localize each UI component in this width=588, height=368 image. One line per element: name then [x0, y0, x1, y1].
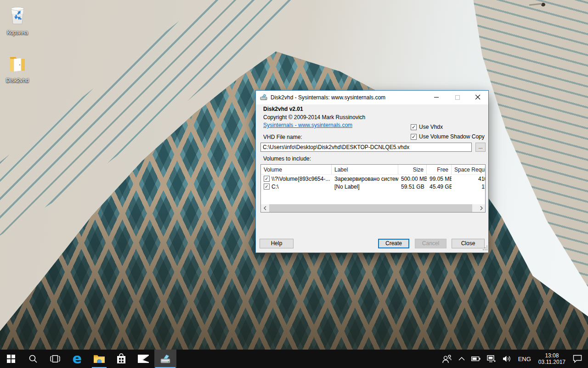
free-cell: 99.05 MB [427, 176, 452, 182]
use-volume-shadow-copy-checkbox[interactable]: ✓ Use Volume Shadow Copy [411, 133, 485, 140]
task-view-icon [50, 355, 60, 362]
window-title: Disk2vhd - Sysinternals: www.sysinternal… [271, 94, 385, 101]
maximize-icon [455, 95, 460, 100]
mail-icon [137, 354, 149, 363]
desktop-icon-label: Disk2vhd [6, 77, 28, 84]
scrollbar-track[interactable] [269, 204, 477, 212]
volumes-table[interactable]: Volume Label Size Free Space Required ✓ … [260, 164, 486, 213]
column-header-volume[interactable]: Volume [261, 165, 332, 174]
minimize-button[interactable] [426, 91, 447, 104]
action-center-button[interactable] [570, 350, 585, 368]
cancel-button: Cancel [415, 239, 447, 248]
horizontal-scrollbar[interactable] [261, 204, 485, 212]
volume-button[interactable] [499, 350, 515, 368]
use-vhdx-checkbox[interactable]: ✓ Use Vhdx [411, 124, 443, 130]
scroll-right-arrow[interactable] [477, 204, 485, 212]
table-row[interactable]: ✓ C:\ [No Label] 59.51 GB 45.49 GB 15.92… [261, 183, 486, 190]
app-version-title: Disk2vhd v2.01 [263, 106, 303, 112]
vhd-path-input[interactable] [260, 143, 472, 152]
start-button[interactable] [0, 350, 22, 368]
disk2vhd-app-icon [260, 93, 268, 102]
create-button[interactable]: Create [378, 239, 409, 248]
recycle-bin-icon [0, 5, 35, 27]
volumes-to-include-label: Volumes to include: [263, 155, 311, 162]
close-window-button[interactable]: Close [452, 239, 485, 248]
chevron-left-icon [264, 206, 266, 210]
volume-cell: \\?\Volume{893c9654-... [271, 176, 330, 182]
label-cell: [No Label] [332, 184, 398, 190]
speaker-icon [503, 355, 512, 362]
windows-logo-icon [7, 355, 15, 363]
chevron-up-icon [458, 357, 465, 361]
checkbox-check-icon: ✓ [411, 134, 417, 140]
column-header-space-required[interactable]: Space Required [452, 165, 486, 174]
disk2vhd-taskbar-button[interactable] [154, 350, 176, 368]
network-icon [487, 355, 496, 362]
row-checkbox[interactable]: ✓ [264, 176, 270, 182]
battery-button[interactable] [468, 350, 484, 368]
checkbox-label: Use Volume Shadow Copy [419, 133, 485, 140]
people-icon [442, 354, 452, 363]
battery-icon [471, 356, 481, 362]
table-row[interactable]: ✓ \\?\Volume{893c9654-... Зарезервирован… [261, 175, 486, 183]
edge-icon: e [73, 352, 82, 365]
close-button[interactable] [468, 91, 488, 104]
space-required-cell: 15.92 GB [452, 184, 486, 190]
wallpaper-lamp-detail [529, 2, 545, 6]
minimize-icon [434, 95, 439, 100]
size-cell: 59.51 GB [398, 184, 427, 190]
desktop-icon-disk2vhd-folder[interactable]: Disk2vhd [0, 55, 35, 84]
file-explorer-button[interactable] [88, 350, 110, 368]
table-header-row[interactable]: Volume Label Size Free Space Required [261, 165, 486, 175]
window-titlebar[interactable]: Disk2vhd - Sysinternals: www.sysinternal… [256, 91, 488, 104]
disk2vhd-icon [159, 353, 171, 364]
desktop-icon-label: Корзина [7, 29, 28, 36]
copyright-text: Copyright © 2009-2014 Mark Russinovich [263, 114, 365, 121]
checkbox-check-icon: ✓ [411, 124, 417, 130]
scroll-left-arrow[interactable] [261, 204, 269, 212]
resize-grip[interactable] [483, 245, 487, 252]
space-required-cell: 410.10 MB [452, 176, 486, 182]
tray-overflow-button[interactable] [455, 350, 468, 368]
browse-button[interactable]: ... [475, 143, 486, 152]
row-checkbox[interactable]: ✓ [264, 184, 270, 190]
clock[interactable]: 13:08 03.11.2017 [534, 352, 570, 365]
task-view-button[interactable] [44, 350, 66, 368]
search-button[interactable] [22, 350, 44, 368]
size-cell: 500.00 MB [398, 176, 427, 182]
store-button[interactable] [110, 350, 132, 368]
desktop-icon-recycle-bin[interactable]: Корзина [0, 5, 35, 36]
clock-date: 03.11.2017 [538, 359, 565, 365]
column-header-size[interactable]: Size [398, 165, 427, 174]
scrollbar-thumb[interactable] [269, 204, 472, 212]
action-center-icon [573, 355, 582, 363]
volume-cell: C:\ [271, 184, 278, 190]
edge-button[interactable]: e [66, 350, 88, 368]
free-cell: 45.49 GB [427, 184, 452, 190]
maximize-button [447, 91, 468, 104]
language-indicator[interactable]: ENG [515, 350, 534, 368]
help-button[interactable]: Help [260, 239, 294, 248]
chevron-right-icon [480, 206, 483, 210]
folder-icon [0, 55, 35, 75]
column-header-label[interactable]: Label [332, 165, 398, 174]
file-explorer-icon [93, 354, 105, 364]
close-icon [475, 95, 481, 100]
network-button[interactable] [484, 350, 499, 368]
mail-button[interactable] [132, 350, 154, 368]
label-cell: Зарезервировано системой [332, 176, 398, 182]
vhd-file-name-label: VHD File name: [263, 134, 302, 140]
checkbox-label: Use Vhdx [419, 124, 443, 130]
column-header-free[interactable]: Free [427, 165, 452, 174]
disk2vhd-window: Disk2vhd - Sysinternals: www.sysinternal… [255, 90, 489, 253]
search-icon [28, 354, 38, 363]
taskbar: e [0, 350, 588, 368]
store-icon [116, 353, 126, 364]
clock-time: 13:08 [538, 352, 565, 359]
people-button[interactable] [439, 350, 455, 368]
sysinternals-link[interactable]: Sysinternals - www.sysinternals.com [263, 122, 352, 128]
